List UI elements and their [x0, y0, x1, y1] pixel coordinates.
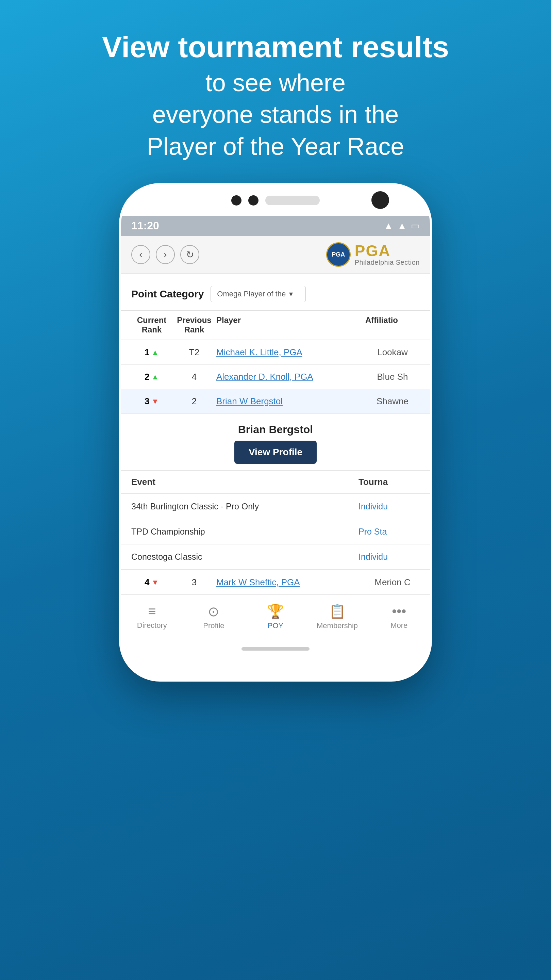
nav-item-poy[interactable]: 🏆 POY	[252, 603, 299, 630]
trend-down-icon-4: ▼	[151, 578, 159, 587]
events-table-header: Event Tourna	[121, 470, 430, 494]
back-button[interactable]: ‹	[131, 245, 150, 264]
nav-label-directory: Directory	[137, 621, 167, 630]
pga-seal: PGA	[326, 242, 351, 267]
rank-cell-2: 2 ▲	[131, 372, 172, 382]
trend-up-icon-2: ▲	[151, 372, 159, 382]
phone-frame: 11:20 ▲ ▲ ▭ ‹ › ↻ PGA PGA Philadelph	[119, 183, 432, 682]
front-camera	[372, 191, 389, 209]
th-current-rank: Current Rank	[131, 315, 172, 335]
event-name-1: 34th Burlington Classic - Pro Only	[131, 501, 359, 511]
event-type-1: Individu	[359, 501, 420, 511]
back-icon: ‹	[139, 249, 142, 260]
pga-logo: PGA PGA Philadelphia Section	[326, 242, 420, 267]
table-row-selected[interactable]: 3 ▼ 2 Brian W Bergstol Shawne	[121, 389, 430, 414]
player-name-1[interactable]: Michael K. Little, PGA	[216, 347, 365, 358]
wifi-icon: ▲	[384, 221, 394, 231]
affiliation-1: Lookaw	[365, 347, 420, 358]
hero-section: View tournament results to see where eve…	[75, 30, 476, 163]
nav-item-more[interactable]: ••• More	[375, 604, 423, 630]
refresh-icon: ↻	[186, 249, 194, 260]
th-event: Event	[131, 477, 359, 487]
forward-button[interactable]: ›	[156, 245, 175, 264]
forward-icon: ›	[164, 249, 167, 260]
refresh-button[interactable]: ↻	[180, 245, 199, 264]
event-row: TPD Championship Pro Sta	[121, 519, 430, 544]
phone-home-area	[121, 639, 430, 659]
affiliation-3: Shawne	[365, 396, 420, 407]
player-card: Brian Bergstol View Profile	[121, 414, 430, 470]
prev-rank-4: 3	[172, 577, 216, 588]
pga-title: PGA	[355, 243, 391, 259]
event-row: Conestoga Classic Individu	[121, 544, 430, 570]
event-type-2: Pro Sta	[359, 527, 420, 537]
pga-subtitle: Philadelphia Section	[355, 259, 420, 266]
nav-item-directory[interactable]: ≡ Directory	[128, 604, 176, 630]
poy-icon: 🏆	[267, 603, 284, 619]
nav-label-profile: Profile	[203, 621, 224, 630]
directory-icon: ≡	[148, 604, 156, 619]
pga-title-wrap: PGA Philadelphia Section	[355, 243, 420, 266]
rank-number-1: 1	[144, 347, 149, 358]
player-name-3[interactable]: Brian W Bergstol	[216, 396, 365, 407]
th-player: Player	[216, 315, 365, 335]
rank-number-3: 3	[144, 396, 149, 407]
battery-icon: ▭	[411, 220, 420, 231]
table-header: Current Rank Previous Rank Player Affili…	[121, 310, 430, 340]
rank-cell-3: 3 ▼	[131, 396, 172, 407]
rank-number-4: 4	[144, 577, 149, 588]
table-row: 2 ▲ 4 Alexander D. Knoll, PGA Blue Sh	[121, 365, 430, 389]
status-icons: ▲ ▲ ▭	[384, 220, 420, 231]
bottom-nav: ≡ Directory ⊙ Profile 🏆 POY 📋 Membership…	[121, 595, 430, 639]
view-profile-button[interactable]: View Profile	[234, 441, 317, 464]
player-name-4[interactable]: Mark W Sheftic, PGA	[216, 577, 365, 588]
dropdown-arrow-icon: ▾	[289, 290, 293, 298]
trend-up-icon-1: ▲	[151, 348, 159, 357]
speaker-bar	[265, 196, 320, 205]
nav-label-poy: POY	[268, 621, 283, 630]
app-content: Point Category Omega Player of the ▾ Cur…	[121, 274, 430, 595]
rank-number-2: 2	[144, 372, 149, 382]
phone-top-bar	[121, 185, 430, 216]
prev-rank-2: 4	[172, 372, 216, 382]
rank-cell-4: 4 ▼	[131, 577, 172, 588]
point-category-value: Omega Player of the	[217, 290, 286, 298]
nav-label-membership: Membership	[317, 621, 358, 630]
point-category-label: Point Category	[131, 288, 204, 300]
event-row: 34th Burlington Classic - Pro Only Indiv…	[121, 494, 430, 519]
th-affiliation: Affiliatio	[365, 315, 420, 335]
affiliation-2: Blue Sh	[365, 372, 420, 382]
point-category-row: Point Category Omega Player of the ▾	[121, 274, 430, 310]
player-name-2[interactable]: Alexander D. Knoll, PGA	[216, 372, 365, 382]
selected-player-name: Brian Bergstol	[131, 423, 420, 436]
prev-rank-1: T2	[172, 347, 216, 358]
table-row: 1 ▲ T2 Michael K. Little, PGA Lookaw	[121, 340, 430, 365]
hero-title: View tournament results	[102, 30, 449, 64]
nav-item-profile[interactable]: ⊙ Profile	[190, 604, 237, 630]
camera-dot-1	[231, 195, 241, 205]
status-bar: 11:20 ▲ ▲ ▭	[121, 216, 430, 236]
nav-icons: ‹ › ↻	[131, 245, 199, 264]
more-icon: •••	[392, 604, 406, 619]
th-tournament: Tourna	[359, 477, 420, 487]
nav-label-more: More	[391, 621, 408, 630]
membership-icon: 📋	[329, 603, 346, 619]
prev-rank-3: 2	[172, 396, 216, 407]
event-name-2: TPD Championship	[131, 527, 359, 537]
event-type-3: Individu	[359, 552, 420, 562]
point-category-dropdown[interactable]: Omega Player of the ▾	[211, 286, 306, 302]
status-time: 11:20	[131, 220, 159, 232]
trend-down-icon-3: ▼	[151, 397, 159, 406]
table-row: 4 ▼ 3 Mark W Sheftic, PGA Merion C	[121, 570, 430, 595]
event-name-3: Conestoga Classic	[131, 552, 359, 562]
app-header: ‹ › ↻ PGA PGA Philadelphia Section	[121, 236, 430, 274]
home-bar	[241, 647, 310, 651]
th-previous-rank: Previous Rank	[172, 315, 216, 335]
camera-dot-2	[248, 195, 259, 205]
rank-cell-1: 1 ▲	[131, 347, 172, 358]
affiliation-4: Merion C	[365, 577, 420, 588]
profile-icon: ⊙	[208, 604, 219, 619]
hero-subtitle: to see where everyone stands in the Play…	[102, 67, 449, 163]
signal-icon: ▲	[397, 221, 407, 231]
nav-item-membership[interactable]: 📋 Membership	[314, 603, 361, 630]
